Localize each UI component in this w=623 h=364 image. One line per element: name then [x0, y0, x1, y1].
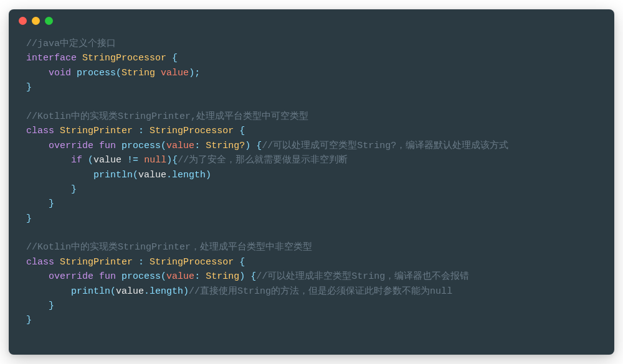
code-token-plain: [133, 257, 138, 268]
code-token-type: String: [121, 68, 155, 78]
code-token-keyword: override: [49, 271, 93, 282]
code-token-punct: }: [26, 213, 32, 224]
code-token-comment: //为了安全，那么就需要做显示非空判断: [178, 155, 348, 166]
code-line: if (value != null){//为了安全，那么就需要做显示非空判断: [9, 153, 614, 167]
code-token-comment: //java中定义个接口: [26, 39, 116, 49]
code-token-plain: [166, 53, 172, 63]
code-token-punct: .: [144, 286, 150, 297]
code-token-type: StringPrinter: [60, 257, 133, 268]
code-window: //java中定义个接口interface StringProcessor { …: [9, 9, 614, 355]
code-token-punct: :: [138, 126, 144, 136]
code-token-type: StringProcessor: [150, 257, 234, 268]
code-token-plain: [26, 68, 49, 78]
code-token-punct: !=: [127, 155, 138, 166]
code-token-punct: }: [71, 184, 77, 195]
code-token-plain: [71, 68, 77, 78]
code-token-prop: length: [172, 170, 206, 180]
code-token-punct: ): [245, 141, 250, 151]
code-token-punct: }: [26, 82, 32, 93]
code-line: override fun process(value: String) {//可…: [9, 269, 614, 284]
code-token-plain: [54, 257, 60, 268]
code-token-param: value: [161, 68, 189, 78]
code-line: class StringPrinter : StringProcessor {: [9, 124, 614, 138]
code-line: }: [9, 197, 614, 211]
code-token-keyword: override: [49, 141, 93, 151]
code-token-punct: {: [172, 53, 178, 63]
code-token-plain: [133, 126, 138, 136]
code-token-plain: [26, 301, 49, 311]
code-token-plain: [82, 155, 88, 166]
code-line: //Kotlin中的实现类StringPrinter,处理成平台类型中可空类型: [9, 110, 614, 124]
code-token-type: StringProcessor: [150, 126, 234, 136]
code-line: }: [9, 212, 614, 226]
code-token-punct: {: [239, 257, 245, 268]
code-token-punct: );: [189, 68, 200, 78]
code-token-null: null: [144, 155, 166, 166]
code-token-plain: [144, 257, 150, 268]
code-token-plain: [138, 155, 144, 166]
code-line: override fun process(value: String?) {//…: [9, 139, 614, 153]
close-icon[interactable]: [19, 17, 27, 25]
code-token-plain: [121, 155, 127, 166]
code-line: }: [9, 182, 614, 197]
code-line: }: [9, 80, 614, 95]
code-line: class StringPrinter : StringProcessor {: [9, 255, 614, 269]
code-token-plain: [155, 68, 161, 78]
code-token-punct: {: [256, 141, 262, 151]
code-token-plain: [26, 286, 71, 297]
code-line: [9, 226, 614, 240]
code-token-plain: [116, 141, 121, 151]
code-token-ident: value: [116, 286, 144, 297]
code-token-plain: [26, 271, 49, 282]
maximize-icon[interactable]: [45, 17, 53, 25]
code-token-punct: (: [88, 155, 93, 166]
code-token-type: String?: [206, 141, 245, 151]
code-token-plain: [144, 126, 150, 136]
code-token-param: value: [166, 141, 194, 151]
code-token-punct: ){: [166, 155, 178, 166]
code-token-punct: }: [49, 301, 54, 311]
code-token-plain: [26, 198, 49, 209]
code-token-keyword: fun: [99, 271, 116, 282]
code-token-comment: //可以处理成可空类型String?，编译器默认处理成该方式: [262, 141, 508, 151]
code-line: interface StringProcessor {: [9, 51, 614, 65]
code-token-plain: [26, 141, 49, 151]
code-token-func: process: [121, 271, 161, 282]
code-token-ident: value: [138, 170, 166, 180]
code-token-punct: ): [183, 286, 189, 297]
code-token-ident: value: [93, 155, 121, 166]
code-editor[interactable]: //java中定义个接口interface StringProcessor { …: [9, 32, 614, 338]
minimize-icon[interactable]: [32, 17, 40, 25]
code-token-comment: //Kotlin中的实现类StringPrinter，处理成平台类型中非空类型: [26, 242, 312, 253]
code-token-keyword: if: [71, 155, 82, 166]
code-token-plain: [93, 141, 99, 151]
code-token-type: StringProcessor: [82, 53, 166, 63]
code-token-type: StringPrinter: [60, 126, 133, 136]
code-line: //Kotlin中的实现类StringPrinter，处理成平台类型中非空类型: [9, 240, 614, 254]
code-line: //java中定义个接口: [9, 37, 614, 51]
code-token-plain: [93, 271, 99, 282]
code-token-type: String: [206, 271, 239, 282]
code-token-plain: [26, 155, 71, 166]
code-token-func: process: [77, 68, 116, 78]
code-token-comment: //Kotlin中的实现类StringPrinter,处理成平台类型中可空类型: [26, 111, 308, 122]
code-token-punct: {: [239, 126, 245, 136]
code-line: [9, 95, 614, 110]
code-token-func: process: [121, 141, 161, 151]
code-token-punct: ): [239, 271, 245, 282]
code-token-punct: (: [161, 271, 166, 282]
code-token-plain: [234, 257, 239, 268]
code-token-prop: length: [150, 286, 183, 297]
code-line: void process(String value);: [9, 66, 614, 80]
code-token-plain: [26, 170, 93, 180]
code-token-keyword: class: [26, 257, 54, 268]
code-token-punct: :: [194, 141, 200, 151]
code-token-keyword: void: [49, 68, 71, 78]
code-token-plain: [77, 53, 82, 63]
code-token-punct: (: [116, 68, 121, 78]
titlebar[interactable]: [9, 9, 614, 32]
code-token-punct: :: [138, 257, 144, 268]
code-token-punct: (: [161, 141, 166, 151]
code-token-keyword: class: [26, 126, 54, 136]
code-token-punct: }: [26, 315, 32, 325]
